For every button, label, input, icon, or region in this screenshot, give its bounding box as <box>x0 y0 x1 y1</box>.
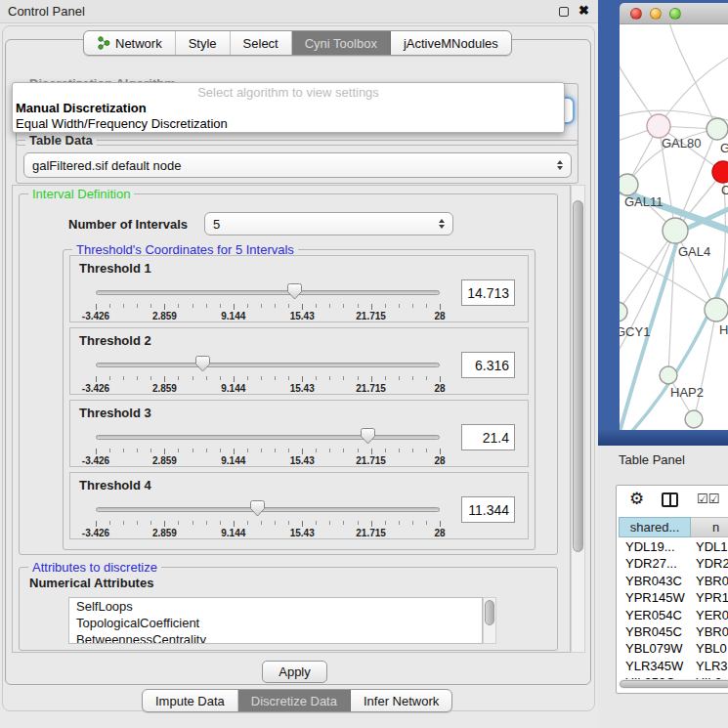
slider-thumb[interactable] <box>287 283 302 300</box>
table-cell-name: YDR2 <box>696 555 728 572</box>
network-window-bottom-frame <box>598 430 728 446</box>
bottom-tab-discretize-data[interactable]: Discretize Data <box>238 690 351 711</box>
slider-tick <box>137 521 138 525</box>
algorithm-option[interactable]: Manual Discretization <box>13 101 564 116</box>
slider-tick <box>412 521 413 525</box>
network-node[interactable] <box>620 302 627 321</box>
attribute-list-item[interactable]: SelfLoops <box>69 598 482 615</box>
table-row[interactable]: YER054CYER0 <box>619 607 728 623</box>
tab-select[interactable]: Select <box>231 31 292 55</box>
main-scrollbar-thumb[interactable] <box>573 200 583 552</box>
close-icon[interactable]: ✖ <box>578 3 589 18</box>
table-row[interactable]: YBR045CYBR0 <box>619 623 728 640</box>
table-row[interactable]: YBR043CYBR0 <box>619 573 728 589</box>
table-cell-shared-name: YBL079W <box>619 640 696 657</box>
split-view-icon[interactable] <box>662 492 678 507</box>
slider-tick <box>137 449 138 452</box>
table-horizontal-scrollbar-thumb[interactable] <box>620 680 728 688</box>
threshold-slider[interactable]: -3.4262.8599.14415.4321.71528 <box>96 428 440 465</box>
network-node[interactable] <box>620 174 638 195</box>
network-node[interactable] <box>685 410 703 428</box>
slider-thumb[interactable] <box>361 428 375 445</box>
network-node[interactable] <box>705 298 728 321</box>
slider-tick <box>343 449 344 452</box>
minimize-traffic-light-icon[interactable] <box>650 8 662 20</box>
algorithm-option[interactable]: Equal Width/Frequency Discretization <box>13 116 564 132</box>
slider-track[interactable] <box>96 290 440 295</box>
attribute-list-item[interactable]: TopologicalCoefficient <box>69 615 482 631</box>
table-cell-shared-name: YBR043C <box>619 573 696 589</box>
threshold-value-input[interactable] <box>461 424 515 450</box>
combobox-arrows-icon <box>557 160 563 170</box>
bottom-tab-infer-network[interactable]: Infer Network <box>351 690 451 711</box>
checkbox-icons[interactable]: ☑☑ <box>697 492 719 506</box>
close-traffic-light-icon[interactable] <box>630 8 642 20</box>
network-node[interactable] <box>707 118 728 140</box>
column-header-shared-name[interactable]: shared... <box>619 517 691 537</box>
slider-tick <box>123 449 124 452</box>
slider-thumb[interactable] <box>195 356 210 372</box>
table-row[interactable]: YDR27...YDR2 <box>619 555 728 572</box>
table-row[interactable]: YBL079WYBL0 <box>619 640 728 657</box>
slider-tick <box>343 304 344 308</box>
slider-tick <box>399 521 400 525</box>
tab-cyni-toolbox[interactable]: Cyni Toolbox <box>292 31 391 55</box>
network-canvas[interactable]: GAL80GACGAL11GAL4GCY1HHAP2 <box>620 24 728 430</box>
gear-icon[interactable]: ⚙ <box>629 491 644 508</box>
attributes-scrollbar-thumb[interactable] <box>485 600 494 625</box>
threshold-label: Threshold 4 <box>79 478 151 492</box>
threshold-label: Threshold 2 <box>79 333 151 348</box>
network-window-titlebar[interactable] <box>620 3 728 24</box>
network-edge <box>659 54 728 126</box>
threshold-slider[interactable]: -3.4262.8599.14415.4321.71528 <box>96 500 440 537</box>
slider-tick <box>302 449 303 454</box>
slider-track[interactable] <box>96 507 440 512</box>
slider-tick-label: 15.43 <box>290 528 315 538</box>
number-of-intervals-combobox[interactable]: 5 <box>204 212 453 236</box>
slider-tick <box>96 376 97 382</box>
threshold-value-input[interactable] <box>461 352 515 378</box>
zoom-traffic-light-icon[interactable] <box>669 8 681 20</box>
slider-tick <box>164 449 165 454</box>
column-header-name[interactable]: n <box>691 517 728 537</box>
network-node[interactable] <box>663 218 688 243</box>
network-node-label: C <box>721 183 728 197</box>
slider-tick <box>329 304 330 308</box>
attributes-scrollbar[interactable] <box>483 597 496 644</box>
bottom-tab-impute-data[interactable]: Impute Data <box>143 690 238 711</box>
tab-jactivemnodules[interactable]: jActiveMNodules <box>391 31 511 55</box>
network-edge <box>620 44 659 126</box>
network-node[interactable] <box>647 114 670 138</box>
slider-tick-label: 28 <box>434 455 445 466</box>
float-window-icon[interactable] <box>559 7 569 17</box>
tab-network[interactable]: Network <box>84 31 176 55</box>
table-data-title: Table Data <box>25 133 97 148</box>
slider-tick <box>385 376 386 380</box>
threshold-slider[interactable]: -3.4262.8599.14415.4321.71528 <box>96 283 440 321</box>
attribute-list-item[interactable]: BetweennessCentrality <box>69 631 482 644</box>
threshold-value-input[interactable] <box>461 279 515 306</box>
slider-tick <box>206 521 207 525</box>
table-row[interactable]: YDL19...YDL1 <box>619 538 728 555</box>
table-horizontal-scrollbar[interactable] <box>619 679 728 689</box>
slider-thumb[interactable] <box>250 500 265 517</box>
network-node[interactable] <box>712 161 728 183</box>
tab-style[interactable]: Style <box>176 31 231 55</box>
slider-tick <box>275 304 276 308</box>
bottom-tab-label: Discretize Data <box>251 694 337 708</box>
threshold-row: Threshold 4-3.4262.8599.14415.4321.71528 <box>69 472 529 539</box>
slider-track[interactable] <box>96 363 440 367</box>
table-row[interactable]: YLR345WYLR3 <box>619 658 728 674</box>
network-node[interactable] <box>660 366 677 384</box>
apply-button[interactable]: Apply <box>262 661 327 683</box>
table-data-selected-value: galFiltered.sif default node <box>32 158 557 173</box>
table-data-combobox[interactable]: galFiltered.sif default node <box>23 152 572 178</box>
main-scrollbar[interactable] <box>571 185 585 653</box>
threshold-value-input[interactable] <box>461 496 515 523</box>
slider-track[interactable] <box>96 435 440 440</box>
network-node-label: GAL4 <box>678 244 710 259</box>
threshold-slider[interactable]: -3.4262.8599.14415.4321.71528 <box>96 356 440 393</box>
slider-tick <box>261 304 262 308</box>
table-row[interactable]: YPR145WYPR1 <box>619 589 728 606</box>
slider-tick <box>137 376 138 380</box>
